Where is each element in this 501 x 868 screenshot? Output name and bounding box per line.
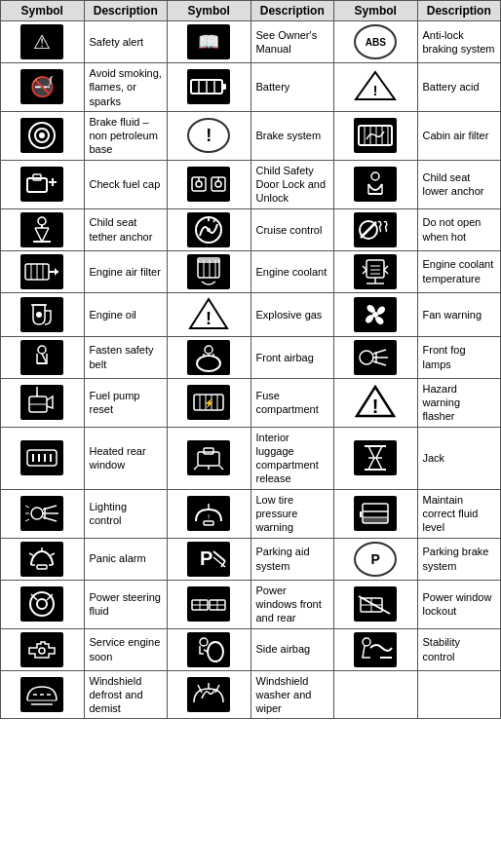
svg-line-117 [51,553,55,555]
front-fog-lamps-icon [354,340,397,375]
desc-child-safety-door: Child Safety Door Lock and Unlock [250,160,334,208]
symbol-cell [1,111,85,160]
lighting-control-icon [20,496,63,531]
table-row: Engine air filter Engine coolant [1,250,501,292]
maintain-fluid-level-icon [354,496,397,531]
child-safety-door-icon [187,167,230,202]
desc-power-window-lockout: Power window lockout [417,580,501,628]
svg-text:⚡: ⚡ [204,397,215,409]
parking-aid-system-icon: P [187,542,230,577]
desc-engine-coolant-temp: Engine coolant temperature [417,250,501,292]
desc-fuse-compartment: Fuse compartment [250,378,334,427]
svg-rect-111 [363,517,388,523]
symbol-cell [334,208,418,250]
interior-luggage-icon [187,440,230,475]
fasten-safety-belt-icon [20,340,63,375]
symbol-cell: ABS [334,21,418,63]
symbol-cell: ! [168,292,251,336]
desc-side-airbag: Side airbag [250,628,334,670]
owners-manual-icon: 📖 [187,24,230,59]
fuse-compartment-icon: ⚡ [187,385,230,420]
desc-no-smoking: Avoid smoking, flames, or sparks [84,63,168,112]
header-symbol1: Symbol [1,1,85,21]
child-seat-tether-icon [20,212,63,247]
desc-cruise-control: Cruise control [250,208,334,250]
header-desc3: Description [417,1,501,21]
desc-front-fog-lamps: Front fog lamps [417,336,501,378]
heated-rear-window-icon [20,440,63,475]
desc-front-airbag: Front airbag [250,336,334,378]
desc-engine-coolant: Engine coolant [250,250,334,292]
svg-line-91 [194,466,198,470]
desc-cabin-air-filter: Cabin air filter [417,111,501,160]
header-symbol3: Symbol [334,1,418,21]
svg-line-104 [25,519,29,521]
symbol-cell [1,160,85,208]
table-row: 🚭 Avoid smoking, flames, or sparks Batte… [1,63,501,112]
symbol-cell: P [334,538,418,580]
svg-line-118 [29,553,33,555]
svg-text:!: ! [373,83,378,98]
symbol-cell: ! [168,489,251,538]
desc-interior-luggage: Interior luggage compartment release [250,427,334,489]
symbol-cell [168,336,251,378]
symbol-cell [168,628,251,670]
svg-point-67 [360,351,373,364]
power-steering-fluid-icon [20,586,63,622]
table-row: Windshield defrost and demist Windshield… [1,670,501,719]
explosive-gas-icon: ! [187,296,230,331]
brake-system-icon: ! [187,118,230,153]
desc-power-steering-fluid: Power steering fluid [84,580,168,628]
svg-point-60 [38,346,46,354]
svg-point-138 [200,638,208,646]
table-row: Lighting control ! Low tire pressure war… [1,489,501,538]
svg-rect-116 [37,565,47,569]
svg-point-22 [215,181,221,187]
abs-icon: ABS [354,24,397,59]
desc-battery: Battery [250,63,334,112]
symbol-cell: 📖 [168,21,251,63]
header-desc1: Description [84,1,168,21]
battery-acid-icon: ! [354,68,397,103]
desc-stability-control: Stability control [417,628,501,670]
svg-point-139 [208,642,223,661]
svg-line-92 [219,466,223,470]
svg-rect-84 [27,450,57,466]
svg-point-19 [196,181,202,187]
desc-do-not-open-hot: Do not open when hot [417,208,501,250]
fuel-pump-reset-icon [20,385,63,420]
symbol-cell [168,208,251,250]
symbol-cell [334,336,418,378]
table-row: Check fuel cap Child Safety Door Lock an… [1,160,501,208]
symbol-cell [334,427,418,489]
symbol-cell [1,336,85,378]
svg-point-33 [207,228,211,232]
desc-explosive-gas: Explosive gas [250,292,334,336]
symbol-cell: ! [168,111,251,160]
svg-point-28 [38,217,46,225]
desc-windshield-washer: Windshield washer and wiper [250,670,334,719]
desc-engine-air-filter: Engine air filter [84,250,168,292]
cabin-air-filter-icon [354,118,397,153]
desc-fuel-pump-reset: Fuel pump reset [84,378,168,427]
no-smoking-icon: 🚭 [20,69,63,104]
desc-heated-rear-window: Heated rear window [84,427,168,489]
battery-icon [187,69,230,104]
table-row: Power steering fluid Power windows front… [1,580,501,628]
desc-panic-alarm: Panic alarm [84,538,168,580]
table-row: Fuel pump reset ⚡ Fuse compartment [1,378,501,427]
svg-line-102 [25,506,29,508]
desc-brake-system: Brake system [250,111,334,160]
symbol-cell: ⚠ [1,21,85,63]
symbol-cell [1,250,85,292]
child-seat-lower-anchor-icon [354,167,397,202]
symbol-cell: ! [334,63,418,112]
desc-abs: Anti-lock braking system [417,21,501,63]
svg-point-9 [39,132,45,138]
desc-child-seat-tether: Child seat tether anchor [84,208,168,250]
desc-power-windows: Power windows front and rear [250,580,334,628]
desc-jack: Jack [417,427,501,489]
desc-owners-manual: See Owner's Manual [250,21,334,63]
svg-point-97 [31,508,43,519]
symbol-cell: ! [334,378,418,427]
